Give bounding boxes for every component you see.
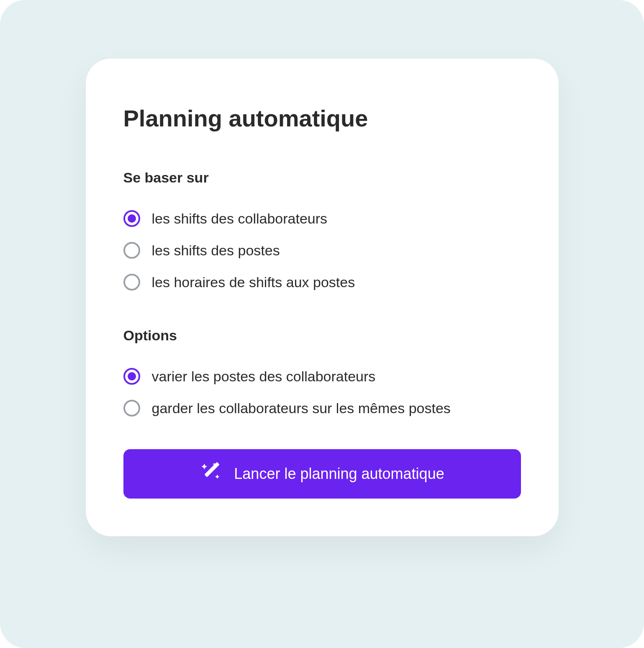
magic-wand-icon	[200, 461, 222, 487]
radio-option-vary-postes[interactable]: varier les postes des collaborateurs	[123, 360, 521, 392]
section-label-based-on: Se baser sur	[123, 170, 521, 186]
radio-group-based-on: les shifts des collaborateurs les shifts…	[123, 203, 521, 298]
section-label-options: Options	[123, 327, 521, 344]
radio-icon	[123, 274, 140, 291]
radio-label: les shifts des postes	[152, 242, 280, 259]
radio-icon	[123, 210, 140, 227]
radio-option-keep-postes[interactable]: garder les collaborateurs sur les mêmes …	[123, 392, 521, 424]
radio-option-horaires-postes[interactable]: les horaires de shifts aux postes	[123, 266, 521, 298]
radio-label: les horaires de shifts aux postes	[152, 274, 355, 291]
radio-icon	[123, 242, 140, 259]
radio-label: garder les collaborateurs sur les mêmes …	[152, 400, 451, 417]
radio-option-shifts-collaborators[interactable]: les shifts des collaborateurs	[123, 203, 521, 234]
radio-option-shifts-postes[interactable]: les shifts des postes	[123, 234, 521, 266]
radio-icon	[123, 400, 140, 417]
page-background: Planning automatique Se baser sur les sh…	[0, 0, 644, 648]
radio-group-options: varier les postes des collaborateurs gar…	[123, 360, 521, 424]
radio-label: varier les postes des collaborateurs	[152, 368, 376, 385]
radio-icon	[123, 368, 140, 385]
launch-planning-button[interactable]: Lancer le planning automatique	[123, 449, 521, 499]
radio-label: les shifts des collaborateurs	[152, 211, 328, 227]
planning-dialog: Planning automatique Se baser sur les sh…	[86, 59, 559, 536]
dialog-title: Planning automatique	[123, 105, 521, 132]
launch-button-label: Lancer le planning automatique	[234, 465, 444, 483]
